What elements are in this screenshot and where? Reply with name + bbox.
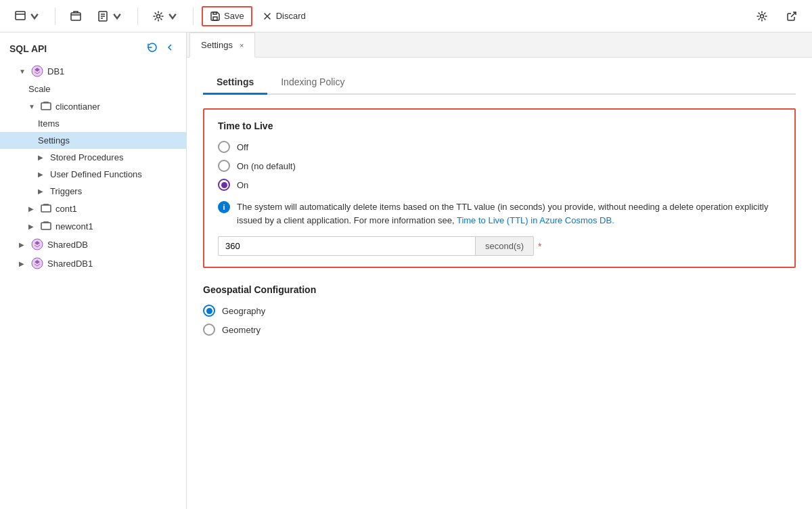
ttl-radio-on-circle <box>218 179 230 191</box>
chevron-right-icon: ▶ <box>38 154 46 161</box>
settings-gear-button[interactable] <box>146 7 185 25</box>
db-icon <box>31 65 43 77</box>
ttl-input[interactable] <box>218 236 475 256</box>
ttl-title: Time to Live <box>218 120 781 131</box>
chevron-right-icon2: ▶ <box>38 171 46 178</box>
container-icon2 <box>41 203 51 214</box>
open-icon <box>70 11 81 22</box>
sidebar-title: SQL API <box>9 43 47 54</box>
ttl-info-link[interactable]: Time to Live (TTL) in Azure Cosmos DB. <box>457 215 614 225</box>
svg-rect-8 <box>213 17 217 20</box>
sidebar-item-settings-label: Settings <box>38 135 70 146</box>
collapse-button[interactable] <box>163 41 177 56</box>
ttl-radio-off[interactable]: Off <box>218 141 781 153</box>
sidebar-item-cont1[interactable]: ▶ cont1 <box>0 200 186 217</box>
db-icon2 <box>31 238 43 250</box>
sidebar-item-clicontianer[interactable]: ▼ clicontianer <box>0 97 186 115</box>
tab-bar: Settings × <box>187 32 812 58</box>
chevron-down-icon5: ▼ <box>28 103 37 110</box>
sidebar-item-user-defined-functions[interactable]: ▶ User Defined Functions <box>0 166 186 183</box>
global-gear-icon <box>757 11 767 22</box>
ttl-radio-off-circle <box>218 141 230 153</box>
sidebar-item-shareddb1-label: SharedDB1 <box>47 259 93 269</box>
resource-button[interactable] <box>8 7 47 25</box>
sidebar-item-shareddb1[interactable]: ▶ SharedDB1 <box>0 254 186 273</box>
discard-button[interactable]: Discard <box>255 7 313 25</box>
geo-section: Geospatial Configuration Geography Geome… <box>203 284 796 336</box>
geo-radio-geography-circle <box>203 305 215 317</box>
sidebar-item-user-defined-functions-label: User Defined Functions <box>50 169 142 179</box>
discard-icon <box>262 11 273 22</box>
geo-title: Geospatial Configuration <box>203 284 796 295</box>
settings-tab[interactable]: Settings × <box>189 32 255 58</box>
sidebar-item-settings[interactable]: Settings <box>0 132 186 149</box>
geo-geography-label: Geography <box>222 306 265 316</box>
sidebar: SQL API ▼ <box>0 32 187 509</box>
discard-label: Discard <box>276 11 306 21</box>
sidebar-header-actions <box>145 41 177 56</box>
global-settings-button[interactable] <box>750 7 774 25</box>
export-button[interactable] <box>780 7 804 25</box>
tab-label: Settings <box>201 40 233 50</box>
tab-indexing-policy-label: Indexing Policy <box>281 76 344 87</box>
geo-radio-group: Geography Geometry <box>203 305 796 336</box>
geo-radio-geometry-circle <box>203 324 215 336</box>
svg-rect-12 <box>41 103 51 110</box>
sidebar-item-scale-label: Scale <box>28 84 51 94</box>
svg-rect-9 <box>213 12 217 14</box>
sidebar-item-db1[interactable]: ▼ DB1 <box>0 62 186 81</box>
svg-rect-14 <box>41 223 51 229</box>
tab-settings[interactable]: Settings <box>203 71 267 95</box>
ttl-radio-on-no-default[interactable]: On (no default) <box>218 160 781 172</box>
save-button[interactable]: Save <box>202 6 252 26</box>
chevron-right-icon7: ▶ <box>19 260 27 267</box>
sidebar-item-triggers[interactable]: ▶ Triggers <box>0 183 186 200</box>
sidebar-item-scale[interactable]: Scale <box>0 81 186 97</box>
ttl-on-label: On <box>237 180 248 190</box>
sidebar-item-items[interactable]: Items <box>0 115 186 132</box>
new-icon <box>97 11 108 22</box>
toolbar-group-open <box>64 7 138 25</box>
svg-point-10 <box>761 14 764 18</box>
sidebar-item-stored-procedures-label: Stored Procedures <box>50 152 123 162</box>
geo-radio-geography[interactable]: Geography <box>203 305 796 317</box>
chevron-down-icon3 <box>167 11 178 22</box>
toolbar-group-resource <box>8 7 55 25</box>
sidebar-item-stored-procedures[interactable]: ▶ Stored Procedures <box>0 149 186 166</box>
sidebar-item-newcont1-label: newcont1 <box>55 221 93 231</box>
container-icon <box>41 101 51 112</box>
new-button[interactable] <box>91 7 129 25</box>
refresh-button[interactable] <box>145 41 159 56</box>
resource-icon <box>15 11 26 22</box>
ttl-radio-on[interactable]: On <box>218 179 781 191</box>
sidebar-item-shareddb-label: SharedDB <box>47 240 88 250</box>
save-label: Save <box>224 11 244 21</box>
toolbar-right <box>750 7 804 25</box>
toolbar: Save Discard <box>0 0 812 32</box>
svg-rect-2 <box>71 13 81 20</box>
sidebar-item-triggers-label: Triggers <box>50 186 82 196</box>
sidebar-item-clicontianer-label: clicontianer <box>55 102 100 112</box>
chevron-down-icon <box>29 11 40 22</box>
chevron-right-icon4: ▶ <box>28 205 37 213</box>
open-button[interactable] <box>64 7 88 25</box>
tab-close-button[interactable]: × <box>240 41 244 49</box>
sidebar-item-newcont1[interactable]: ▶ newcont1 <box>0 217 186 235</box>
ttl-on-no-default-label: On (no default) <box>237 161 296 171</box>
db-icon3 <box>31 257 43 269</box>
ttl-radio-on-no-default-circle <box>218 160 230 172</box>
sidebar-header: SQL API <box>0 32 186 62</box>
content-area: Settings Indexing Policy Time to Live Of… <box>187 58 812 349</box>
sidebar-item-db1-label: DB1 <box>47 66 64 76</box>
chevron-down-icon2 <box>112 11 122 22</box>
sidebar-item-shareddb[interactable]: ▶ SharedDB <box>0 235 186 254</box>
ttl-input-row: second(s) * <box>218 236 781 256</box>
ttl-info-box: i The system will automatically delete i… <box>218 200 781 227</box>
save-icon <box>210 11 221 22</box>
toolbar-group-settings <box>146 7 194 25</box>
tab-indexing-policy[interactable]: Indexing Policy <box>267 71 358 95</box>
geo-radio-geometry[interactable]: Geometry <box>203 324 796 336</box>
refresh-icon <box>147 42 158 53</box>
app-body: SQL API ▼ <box>0 32 812 509</box>
ttl-radio-group: Off On (no default) On <box>218 141 781 191</box>
